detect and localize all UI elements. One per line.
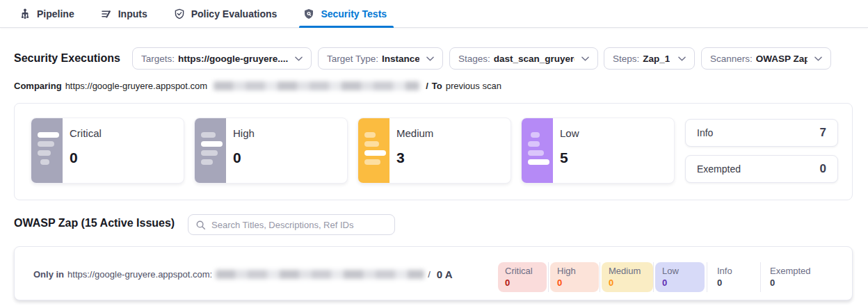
issue-group-title: Only in https://google-gruyere.appspot.c… xyxy=(33,247,453,301)
dropdown-label: Scanners: xyxy=(710,54,753,64)
stages-filter-dropdown[interactable]: Stages: dast_scan_gruyere xyxy=(449,47,598,70)
mini-card-count: 0 xyxy=(820,162,826,176)
security-executions-heading: Security Executions xyxy=(14,52,120,65)
tab-label: Policy Evaluations xyxy=(191,8,278,19)
tab-inputs[interactable]: Inputs xyxy=(101,0,147,27)
severity-meter-icon xyxy=(195,118,226,183)
dropdown-value: Zap_1 xyxy=(643,54,670,64)
critical-count-chip: Critical 0 xyxy=(498,262,547,292)
search-input[interactable] xyxy=(211,220,387,230)
dropdown-label: Steps: xyxy=(613,54,639,64)
mini-card-label: Exempted xyxy=(697,163,741,175)
chip-label: Critical xyxy=(505,266,540,276)
policy-evaluations-icon xyxy=(174,8,185,19)
severity-label: Medium xyxy=(396,127,433,139)
security-tests-icon xyxy=(303,8,314,19)
mini-card-count: 7 xyxy=(820,126,826,140)
chevron-down-icon xyxy=(288,56,303,61)
comparing-row: Comparing https://google-gruyere.appspot… xyxy=(14,79,501,92)
execution-tabbar: Pipeline Inputs Policy Evaluations Secur… xyxy=(0,0,868,28)
chevron-down-icon xyxy=(419,56,434,61)
tab-pipeline[interactable]: Pipeline xyxy=(19,0,74,27)
search-icon xyxy=(195,220,206,230)
severity-meter-icon xyxy=(358,118,389,183)
info-summary-card[interactable]: Info 7 xyxy=(685,119,838,147)
dropdown-value: Instance xyxy=(382,54,419,64)
scanners-filter-dropdown[interactable]: Scanners: OWASP Zap xyxy=(701,47,831,70)
chip-value: 0 xyxy=(609,277,646,288)
low-count-chip: Low 0 xyxy=(655,262,705,292)
mini-card-label: Info xyxy=(697,127,713,138)
chip-divider xyxy=(653,262,654,292)
medium-count-chip: Medium 0 xyxy=(602,262,653,292)
dropdown-label: Targets: xyxy=(141,54,175,64)
chip-divider xyxy=(600,262,600,292)
comparing-to-value[interactable]: previous scan xyxy=(446,81,501,91)
chip-divider xyxy=(548,262,549,292)
chevron-down-icon xyxy=(807,56,822,61)
chip-label: Low xyxy=(662,266,698,276)
dropdown-label: Stages: xyxy=(458,54,490,64)
chip-value: 0 xyxy=(557,277,592,288)
owasp-zap-issues-heading: OWASP Zap (15 Active Issues) xyxy=(14,217,175,230)
inputs-icon xyxy=(101,8,112,19)
target-type-filter-dropdown[interactable]: Target Type: Instance xyxy=(318,47,443,70)
dropdown-label: Target Type: xyxy=(327,54,378,64)
tab-label: Inputs xyxy=(118,8,147,19)
chip-value: 0 xyxy=(717,277,750,288)
redacted-text xyxy=(216,270,424,279)
targets-filter-dropdown[interactable]: Targets: https://google-gruyere.... xyxy=(132,47,312,70)
severity-meter-icon xyxy=(31,118,63,183)
severity-summary-panel: Critical 0 High 0 Medium 3 xyxy=(14,103,853,200)
only-in-label: Only in xyxy=(33,269,64,280)
pipeline-icon xyxy=(19,8,31,19)
severity-count: 0 xyxy=(233,150,255,166)
chevron-down-icon xyxy=(671,56,686,61)
tab-security-tests[interactable]: Security Tests xyxy=(303,0,387,27)
chip-divider xyxy=(760,262,761,292)
issues-search-box[interactable] xyxy=(188,214,395,235)
info-count-chip: Info 0 xyxy=(710,262,757,292)
dropdown-value: dast_scan_gruyere xyxy=(494,54,574,64)
chip-label: High xyxy=(557,266,592,276)
chip-value: 0 xyxy=(770,277,822,288)
comparing-to-label: To xyxy=(432,81,442,91)
critical-summary-card[interactable]: Critical 0 xyxy=(31,118,184,184)
severity-meter-icon xyxy=(522,118,553,183)
dropdown-value: https://google-gruyere.... xyxy=(178,54,288,64)
issue-group-row[interactable]: Only in https://google-gruyere.appspot.c… xyxy=(14,246,853,300)
severity-label: High xyxy=(233,127,255,139)
comparing-label: Comparing xyxy=(14,81,62,91)
low-summary-card[interactable]: Low 5 xyxy=(521,118,675,184)
high-count-chip: High 0 xyxy=(550,262,599,292)
steps-filter-dropdown[interactable]: Steps: Zap_1 xyxy=(604,47,695,70)
tab-label: Pipeline xyxy=(37,8,74,19)
chip-divider xyxy=(707,262,707,292)
severity-count: 3 xyxy=(396,150,433,166)
tab-label: Security Tests xyxy=(321,8,387,19)
tab-policy-evaluations[interactable]: Policy Evaluations xyxy=(174,0,278,27)
chip-label: Exempted xyxy=(770,266,822,276)
comparing-url: https://google-gruyere.appspot.com xyxy=(65,81,208,91)
chip-label: Info xyxy=(717,266,750,276)
comparing-separator: / xyxy=(426,81,428,91)
exempted-count-chip: Exempted 0 xyxy=(763,262,829,292)
severity-label: Critical xyxy=(70,127,102,139)
severity-label: Low xyxy=(560,127,579,139)
chip-value: 0 xyxy=(662,277,698,288)
active-issues-count: 0 A xyxy=(437,268,453,280)
medium-summary-card[interactable]: Medium 3 xyxy=(357,118,511,184)
redacted-text xyxy=(214,81,419,90)
security-tests-page: Pipeline Inputs Policy Evaluations Secur… xyxy=(0,0,868,306)
issue-group-url: https://google-gruyere.appspot.com: xyxy=(67,269,212,280)
issue-group-separator: / xyxy=(428,269,431,280)
dropdown-value: OWASP Zap xyxy=(756,54,807,64)
chip-value: 0 xyxy=(505,277,540,288)
severity-count: 0 xyxy=(70,150,102,166)
chevron-down-icon xyxy=(574,56,589,61)
high-summary-card[interactable]: High 0 xyxy=(194,118,348,184)
severity-count: 5 xyxy=(560,150,579,166)
exempted-summary-card[interactable]: Exempted 0 xyxy=(685,155,838,183)
chip-label: Medium xyxy=(609,266,646,276)
